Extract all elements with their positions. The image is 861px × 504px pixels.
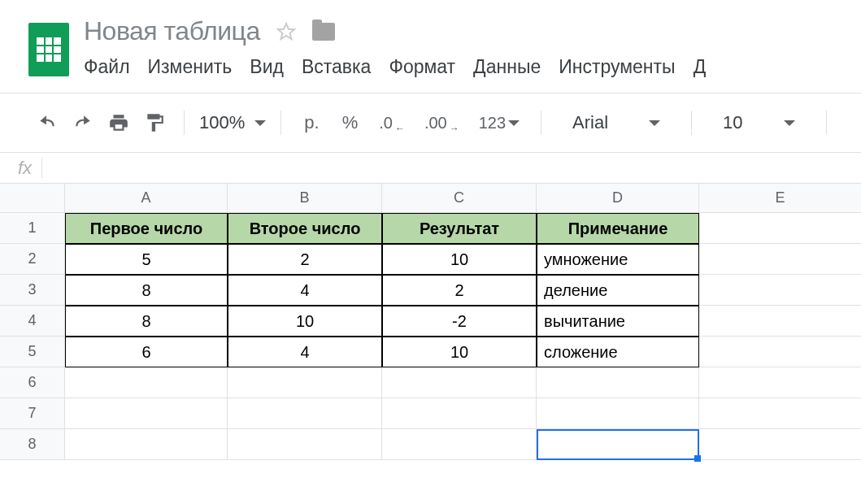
undo-button[interactable] — [33, 108, 62, 137]
cell-c4[interactable]: -2 — [382, 306, 537, 337]
cell-c1[interactable]: Результат — [382, 213, 537, 244]
menu-more[interactable]: Д — [694, 56, 707, 78]
cell-b5[interactable]: 4 — [228, 337, 382, 367]
cell-d1[interactable]: Примечание — [537, 213, 699, 244]
formula-bar: fx — [0, 153, 861, 184]
cell-c2[interactable]: 10 — [382, 244, 537, 275]
cell-e3[interactable] — [699, 275, 861, 306]
select-all-corner[interactable] — [0, 184, 65, 213]
cell-c8[interactable] — [382, 429, 537, 460]
cell-b7[interactable] — [228, 398, 382, 429]
cell-d7[interactable] — [537, 398, 699, 429]
zoom-dropdown[interactable]: 100% — [199, 112, 266, 133]
menu-edit[interactable]: Изменить — [148, 56, 233, 78]
cell-d6[interactable] — [537, 367, 699, 398]
cell-b8[interactable] — [228, 429, 382, 460]
cell-a4[interactable]: 8 — [65, 306, 228, 337]
cell-e7[interactable] — [699, 398, 861, 429]
row-head-6[interactable]: 6 — [0, 367, 65, 398]
cell-a7[interactable] — [65, 398, 228, 429]
increase-decimal-button[interactable]: .00→ — [418, 114, 466, 133]
cell-e6[interactable] — [699, 367, 861, 398]
formula-input[interactable] — [42, 159, 853, 177]
divider — [280, 111, 281, 135]
cell-e4[interactable] — [699, 306, 861, 337]
cell-d8-selected[interactable] — [537, 429, 699, 460]
cell-d2[interactable]: умножение — [537, 244, 699, 275]
col-head-b[interactable]: B — [228, 184, 382, 213]
cell-b4[interactable]: 10 — [228, 306, 382, 337]
row-head-5[interactable]: 5 — [0, 337, 65, 367]
col-head-d[interactable]: D — [537, 184, 699, 213]
menu-file[interactable]: Файл — [84, 56, 130, 78]
cell-b3[interactable]: 4 — [228, 275, 382, 306]
chevron-down-icon — [254, 120, 266, 126]
row-head-4[interactable]: 4 — [0, 306, 65, 337]
menu-view[interactable]: Вид — [250, 56, 284, 78]
star-icon[interactable] — [276, 22, 296, 41]
fx-label: fx — [8, 158, 42, 178]
cell-a2[interactable]: 5 — [65, 244, 228, 275]
cell-b6[interactable] — [228, 367, 382, 398]
cell-a3[interactable]: 8 — [65, 275, 228, 306]
cell-a6[interactable] — [65, 367, 228, 398]
chevron-down-icon — [508, 120, 520, 126]
menu-tools[interactable]: Инструменты — [559, 56, 675, 78]
cell-d3[interactable]: деление — [537, 275, 699, 306]
font-size-dropdown[interactable]: 10 — [707, 112, 811, 133]
doc-title[interactable]: Новая таблица — [84, 16, 260, 46]
row-head-2[interactable]: 2 — [0, 244, 65, 275]
row-head-3[interactable]: 3 — [0, 275, 65, 306]
cell-c5[interactable]: 10 — [382, 337, 537, 367]
spreadsheet-grid: A B C D E 1 Первое число Второе число Ре… — [0, 184, 861, 460]
cell-e8[interactable] — [699, 429, 861, 460]
redo-button[interactable] — [68, 108, 98, 137]
svg-marker-0 — [278, 24, 294, 39]
cell-e5[interactable] — [699, 337, 861, 367]
menu-bar: Файл Изменить Вид Вставка Формат Данные … — [84, 56, 861, 78]
cell-d5[interactable]: сложение — [537, 337, 699, 367]
toolbar: 100% р. % .0← .00→ 123 Arial 10 — [0, 93, 861, 153]
cell-a8[interactable] — [65, 429, 228, 460]
cell-a5[interactable]: 6 — [65, 337, 228, 367]
divider — [541, 111, 541, 135]
cell-c3[interactable]: 2 — [382, 275, 537, 306]
row-head-8[interactable]: 8 — [0, 429, 65, 460]
folder-icon[interactable] — [312, 23, 335, 41]
paint-format-button[interactable] — [140, 108, 169, 137]
cell-b2[interactable]: 2 — [228, 244, 382, 275]
divider — [184, 111, 185, 135]
percent-button[interactable]: % — [334, 112, 367, 133]
chevron-down-icon — [784, 120, 795, 126]
cell-c6[interactable] — [382, 367, 537, 398]
cell-d4[interactable]: вычитание — [537, 306, 699, 337]
col-head-c[interactable]: C — [382, 184, 537, 213]
cell-c7[interactable] — [382, 398, 537, 429]
menu-format[interactable]: Формат — [389, 56, 455, 78]
col-head-a[interactable]: A — [65, 184, 228, 213]
currency-button[interactable]: р. — [296, 112, 327, 133]
decrease-decimal-button[interactable]: .0← — [372, 114, 411, 133]
col-head-e[interactable]: E — [699, 184, 861, 213]
chevron-down-icon — [649, 120, 660, 126]
print-button[interactable] — [104, 108, 133, 137]
row-head-7[interactable]: 7 — [0, 398, 65, 429]
divider — [691, 111, 692, 135]
menu-data[interactable]: Данные — [473, 56, 541, 78]
row-head-1[interactable]: 1 — [0, 213, 65, 244]
number-format-dropdown[interactable]: 123 — [472, 114, 526, 133]
font-family-dropdown[interactable]: Arial — [556, 112, 676, 133]
cell-b1[interactable]: Второе число — [228, 213, 382, 244]
sheets-logo — [28, 23, 69, 76]
cell-e2[interactable] — [699, 244, 861, 275]
divider — [826, 111, 827, 135]
cell-e1[interactable] — [699, 213, 861, 244]
menu-insert[interactable]: Вставка — [302, 56, 372, 78]
cell-a1[interactable]: Первое число — [65, 213, 228, 244]
